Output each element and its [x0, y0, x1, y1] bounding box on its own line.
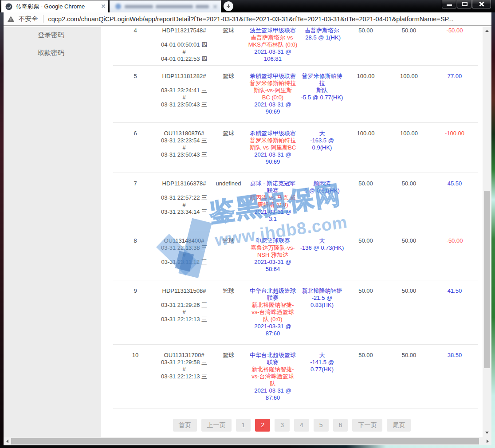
row-number: 10 [113, 352, 157, 359]
window-titlebar: 传奇彩票 - Google Chrome [0, 0, 495, 12]
bet-selection-cell: 大-163.5 @ 0.9(HK) [299, 130, 345, 151]
new-tab-icon[interactable] [224, 1, 233, 11]
vertical-scrollbar-thumb[interactable] [484, 191, 490, 368]
win-loss-amount: 45.50 [431, 180, 478, 187]
not-secure-warning-icon [7, 16, 15, 22]
window-frame-bottom [0, 445, 495, 448]
valid-amount: 50.00 [387, 237, 431, 244]
bet-id-cell: OU113148400#03-31 22:13:38 三#03-31 23:11… [157, 237, 211, 266]
bet-amount: 50.00 [345, 237, 387, 244]
background-tab[interactable] [110, 0, 221, 12]
pagination-button[interactable]: 首页 [173, 419, 197, 432]
row-number: 6 [113, 130, 157, 137]
pagination-button[interactable]: 3 [275, 419, 290, 432]
bet-id: OU113148400# [157, 237, 211, 244]
bet-amount: 50.00 [345, 27, 387, 34]
row-number: 5 [113, 73, 157, 80]
bet-time: 03-31 21:29:58 三#03-31 22:12:13 三 [157, 359, 211, 380]
pagination-button[interactable]: 下一页 [352, 419, 382, 432]
bet-amount: 50.00 [345, 180, 387, 187]
valid-amount: 50.00 [387, 287, 431, 295]
bet-selection-cell: 新北裕隆纳智捷-21.5 @ 0.83(HK) [299, 287, 345, 309]
bet-time: 04-01 00:50:01 四#04-01 01:22:53 四 [157, 41, 211, 63]
sport-cell: 篮球 [211, 130, 246, 137]
win-loss-amount: -50.00 [431, 237, 478, 244]
sport-cell: 篮球 [211, 73, 246, 80]
window-frame-left [0, 12, 4, 448]
bet-id: OU113131700# [157, 352, 211, 359]
match-cell: 印尼篮球联赛嘉鲁达万隆队-vs-NSH 雅加达2021-03-31 @58:64 [246, 237, 299, 273]
minimize-button[interactable] [442, 0, 456, 8]
bet-amount: 50.00 [345, 287, 387, 295]
bet-time: 03-31 21:29:26 三#03-31 22:12:13 三 [157, 302, 211, 323]
valid-amount: 100.00 [387, 130, 431, 137]
bet-id: HDP113217548# [157, 27, 211, 34]
pagination-button[interactable]: 上一页 [201, 419, 232, 432]
row-number: 7 [113, 180, 157, 187]
bet-id-cell: HDP113131508#03-31 21:29:26 三#03-31 22:1… [157, 287, 211, 323]
pagination-button[interactable]: 6 [333, 419, 348, 432]
table-row: 7HDP113166378#03-31 22:57:22 三#03-31 23:… [113, 173, 478, 230]
match-cell: 波兰篮球甲级联赛吉普萨斯塔尔-vs-MKS卢布林队 (0:0)2021-03-3… [246, 27, 299, 63]
win-loss-amount: 38.50 [431, 352, 478, 359]
pagination-button[interactable]: 1 [236, 419, 251, 432]
bet-selection-cell: 吉普萨斯塔尔-28.5 @ 1(HK) [299, 27, 345, 41]
window-title: 传奇彩票 - Google Chrome [16, 3, 85, 11]
bet-time: 03-31 23:24:41 三#03-31 23:50:43 三 [157, 87, 211, 108]
sport-cell: undefined [211, 180, 246, 187]
pagination: 首页上一页123456下一页尾页 [101, 419, 483, 432]
window-title-chip: 传奇彩票 - Google Chrome [1, 0, 108, 12]
site-favicon-icon [5, 3, 12, 10]
table-row: 9HDP113131508#03-31 21:29:26 三#03-31 22:… [113, 280, 478, 345]
url-text[interactable]: cqcp2.com/chuanQiCPLoginWeb/app/reportDe… [48, 16, 454, 23]
sport-cell: 篮球 [211, 27, 246, 34]
bet-selection-cell: 大-136 @ 0.73(HK) [299, 237, 345, 252]
bet-id-cell: HDP113166378#03-31 22:57:22 三#03-31 23:3… [157, 180, 211, 216]
url-divider [43, 15, 43, 23]
pagination-current-page[interactable]: 2 [255, 419, 270, 432]
sidebar-item[interactable]: 取款密码 [4, 44, 101, 62]
bet-id-cell: HDP113217548#04-01 00:50:01 四#04-01 01:2… [157, 27, 211, 63]
table-row: 5HDP113181282#03-31 23:24:41 三#03-31 23:… [113, 66, 478, 123]
row-number: 4 [113, 27, 157, 34]
sport-cell: 篮球 [211, 237, 246, 244]
valid-amount: 100.00 [387, 73, 431, 80]
match-cell: 桌球 - 斯诺克冠军联赛颜丙涛-vs-马克.威廉姆斯 (0:0)2021-03-… [246, 180, 299, 223]
bet-amount: 50.00 [345, 352, 387, 359]
bet-id: HDP113181282# [157, 73, 211, 80]
win-loss-amount: -50.00 [431, 27, 478, 34]
close-button[interactable] [472, 0, 491, 8]
bet-id-cell: HDP113181282#03-31 23:24:41 三#03-31 23:5… [157, 73, 211, 108]
report-detail-panel: 4HDP113217548#04-01 00:50:01 四#04-01 01:… [101, 26, 483, 437]
background-tab-close-icon[interactable] [213, 4, 217, 9]
bet-table: 4HDP113217548#04-01 00:50:01 四#04-01 01:… [101, 26, 483, 409]
horizontal-scrollbar[interactable] [4, 437, 491, 445]
maximize-button[interactable] [457, 0, 471, 8]
address-bar[interactable]: 不安全 cqcp2.com/chuanQiCPLoginWeb/app/repo… [1, 12, 494, 26]
window-frame-right [491, 12, 495, 448]
bet-id: HDP113166378# [157, 180, 211, 187]
match-cell: 中华台北超级篮球联赛新北裕隆纳智捷-vs-台湾啤酒篮球队 (0:0)2021-0… [246, 287, 299, 337]
background-tab-close-icon[interactable] [101, 4, 106, 8]
table-row: 8OU113148400#03-31 22:13:38 三#03-31 23:1… [113, 230, 478, 280]
match-cell: 中华台北超级篮球联赛新北裕隆纳智捷-vs-台湾啤酒篮球队2021-03-31 @… [246, 352, 299, 401]
bet-id-cell: OU113180876#03-31 23:23:54 三#03-31 23:50… [157, 130, 211, 158]
bet-id: OU113180876# [157, 130, 211, 137]
pagination-button[interactable]: 尾页 [387, 419, 411, 432]
page-content: 登录密码取款密码 4HDP113217548#04-01 00:50:01 四#… [4, 26, 491, 437]
bet-selection-cell: 普罗米修斯帕特拉斯队-5.5 @ 0.77(HK) [299, 73, 345, 101]
horizontal-scrollbar-thumb[interactable] [11, 438, 479, 444]
vertical-scrollbar[interactable] [483, 26, 491, 437]
sidebar-item[interactable]: 登录密码 [4, 26, 101, 44]
bet-id-cell: OU113131700#03-31 21:29:58 三#03-31 22:12… [157, 352, 211, 380]
pagination-button[interactable]: 4 [294, 419, 309, 432]
table-row: 10OU113131700#03-31 21:29:58 三#03-31 22:… [113, 345, 478, 409]
table-row: 4HDP113217548#04-01 00:50:01 四#04-01 01:… [113, 26, 478, 66]
valid-amount: 50.00 [387, 180, 431, 187]
bet-amount: 100.00 [345, 73, 387, 80]
not-secure-label[interactable]: 不安全 [19, 15, 38, 23]
bet-time: 03-31 23:23:54 三#03-31 23:50:43 三 [157, 137, 211, 158]
pagination-button[interactable]: 5 [314, 419, 329, 432]
bet-selection-cell: 颜丙涛0 @ 0.91(HK) [299, 180, 345, 194]
valid-amount: 50.00 [387, 27, 431, 34]
